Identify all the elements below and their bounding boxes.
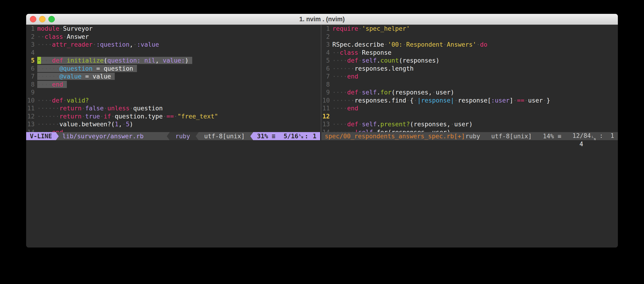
line-number: 4 [322, 49, 330, 57]
code-line[interactable]: 11······return·false·unless·question [26, 104, 321, 113]
code-line[interactable]: 12······return·true·if·question.type·==·… [26, 113, 321, 121]
code-line[interactable]: 2··class·Answer [26, 33, 321, 41]
line-number: 11 [27, 104, 35, 113]
code-line[interactable]: 6······@question·=·question [26, 65, 321, 73]
line-number: 5 [322, 57, 330, 65]
line-number: 3 [322, 41, 330, 49]
code-line[interactable]: 3····attr_reader·:question,·:value [26, 41, 321, 49]
line-number: 8 [27, 81, 35, 89]
empty-line[interactable]: 12 [321, 113, 618, 121]
zoom-button[interactable] [48, 16, 55, 22]
code-line[interactable]: 9····def·self.for(responses,·user) [321, 88, 618, 97]
line-number-icon: LN [299, 134, 303, 139]
line-number: 10 [322, 97, 330, 105]
editor-splits: 1module·Surveyor2··class·Answer3····attr… [26, 25, 618, 132]
scroll-percent-group: 14% ≡ [543, 133, 562, 140]
line-number: 1 [27, 25, 35, 33]
titlebar[interactable]: 1. nvim . (nvim) [26, 14, 618, 25]
code-line[interactable]: 1module·Surveyor [26, 25, 321, 33]
code-line[interactable]: 10······responses.find·{·|response|·resp… [321, 97, 618, 105]
line-number: 2 [322, 33, 330, 41]
code-line[interactable]: 6······responses.length [321, 65, 618, 73]
lines-icon: ≡ [272, 133, 276, 140]
powerline-chevron-icon [167, 132, 170, 140]
line-number: 1 [322, 25, 330, 33]
column-number: 1 [313, 133, 316, 140]
line-number: 7 [322, 73, 330, 81]
close-button[interactable] [30, 16, 36, 22]
scroll-percent: 31% [257, 133, 268, 140]
editor-pane-spec-rb[interactable]: 1require·'spec_helper'23RSpec.describe·'… [321, 25, 618, 132]
file-path: lib/surveyor/answer.rb [62, 133, 144, 140]
powerline-arrow-icon [56, 132, 59, 140]
line-number: 3 [27, 41, 35, 49]
filetype-label: ruby [466, 133, 480, 140]
line-number: 9 [322, 88, 330, 97]
line-number: 6 [27, 65, 35, 73]
empty-line[interactable]: 4 [26, 49, 321, 57]
code-line[interactable]: 5····def·initialize(question:·nil,·value… [26, 57, 321, 65]
line-number: 9 [27, 88, 35, 97]
line-number: 14 [322, 128, 330, 132]
empty-line[interactable]: 2 [321, 33, 618, 41]
code-line[interactable]: 13····def·self.present?(responses,·user) [321, 120, 618, 128]
code-line[interactable]: 14····end [26, 128, 321, 132]
line-number: 12 [27, 113, 35, 121]
encoding-label: utf-8[unix] [199, 133, 250, 140]
cursor-position-group: 12/84LN : 1 [572, 132, 614, 140]
statusline-right-group: ruby utf-8[unix] 14% ≡ 12/84LN : 1 [466, 132, 614, 140]
line-number: 4 [27, 49, 35, 57]
code-line[interactable]: 4··class·Response [321, 49, 618, 57]
line-number: 11 [322, 104, 330, 113]
code-line[interactable]: 10····def·valid? [26, 97, 321, 105]
statusline-left[interactable]: V-LINE lib/surveyor/answer.rb ruby utf-8… [26, 132, 320, 140]
encoding-segment: utf-8[unix] [199, 132, 253, 140]
current-line-number: 5 [27, 57, 35, 65]
statusline-row: V-LINE lib/surveyor/answer.rb ruby utf-8… [26, 132, 618, 140]
statusline-right[interactable]: spec/00_respondents_answers_spec.rb[+] r… [321, 132, 618, 140]
empty-line[interactable]: 8 [321, 81, 618, 89]
current-line-number: 12 [322, 113, 330, 121]
line-number: 13 [27, 120, 35, 128]
visual-selection: ······@question·=·question [37, 65, 137, 72]
minimize-button[interactable] [39, 16, 46, 22]
cursor-position-segment: 31% ≡ 5/16 LN : 1 [253, 132, 320, 140]
vim-mode-indicator: V-LINE [26, 132, 56, 140]
code-line[interactable]: 1require·'spec_helper' [321, 25, 618, 33]
line-number: 2 [27, 33, 35, 41]
line-number: 6 [322, 65, 330, 73]
powerline-chevron-icon [196, 132, 199, 140]
window-title: 1. nvim . (nvim) [299, 16, 345, 23]
colon-separator: : [305, 133, 308, 140]
code-line[interactable]: 3RSpec.describe·'00:·Respondent·Answers'… [321, 41, 618, 49]
code-line[interactable]: 14······!self.for(responses,·user) [321, 128, 618, 132]
line-number: 13 [322, 120, 330, 128]
code-line[interactable]: 11····end [321, 104, 618, 113]
visual-selection: ····end [37, 81, 67, 88]
line-number: 7 [27, 73, 35, 81]
visual-selection: ······@value·=·value [37, 73, 115, 80]
code-line[interactable]: 13······value.between?(1,·5) [26, 120, 321, 128]
block-cursor: · [37, 57, 41, 64]
terminal-window: 1. nvim . (nvim) 1module·Surveyor2··clas… [26, 14, 618, 248]
terminal-content: 1module·Surveyor2··class·Answer3····attr… [26, 25, 618, 248]
powerline-chevron-icon [250, 132, 253, 140]
visual-selection: ···def·initialize(question:·nil,·value:) [41, 57, 192, 64]
statusline-file-segment: lib/surveyor/answer.rb [56, 132, 170, 140]
code-line[interactable]: 5····def·self.count(responses) [321, 57, 618, 65]
code-line[interactable]: 8····end [26, 81, 321, 89]
filetype-label: ruby [170, 133, 196, 140]
file-path: spec/00_respondents_answers_spec.rb[+] [325, 133, 465, 140]
command-line: 4 [26, 140, 618, 248]
line-number: 10 [27, 97, 35, 105]
code-line[interactable]: 7······@value·=·value [26, 73, 321, 81]
line-position: 5/16 [284, 133, 298, 140]
empty-line[interactable]: 9 [26, 88, 321, 97]
filetype-segment: ruby [170, 132, 199, 140]
line-number: 14 [27, 128, 35, 132]
showcmd-pending-count: 4 [580, 140, 583, 148]
traffic-lights [30, 14, 55, 24]
editor-pane-answer-rb[interactable]: 1module·Surveyor2··class·Answer3····attr… [26, 25, 321, 132]
line-number-icon: LN [592, 136, 596, 141]
code-line[interactable]: 7····end [321, 73, 618, 81]
